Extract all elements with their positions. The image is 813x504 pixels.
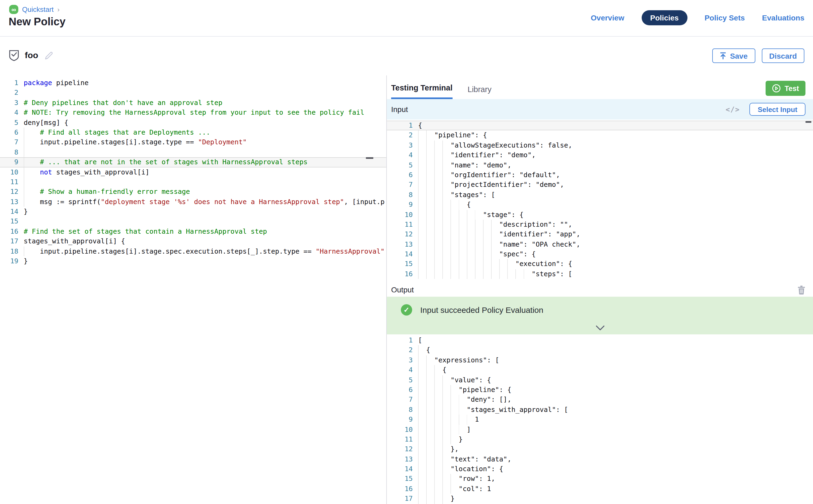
code-line[interactable]: 8 "stages_with_approval": [ — [387, 405, 813, 415]
line-number: 7 — [394, 180, 418, 190]
code-line[interactable]: 15 "execution": { — [387, 259, 813, 269]
code-text: "stage": { — [418, 210, 813, 220]
input-json-editor[interactable]: 1{2 "pipeline": {3 "allowStageExecutions… — [387, 121, 813, 279]
code-view-icon[interactable]: </> — [726, 105, 740, 113]
code-line[interactable]: 2 { — [387, 345, 813, 355]
code-line[interactable]: 1{ — [387, 121, 813, 131]
code-line[interactable]: 7 "projectIdentifier": "demo", — [387, 180, 813, 190]
line-number: 12 — [0, 187, 24, 197]
clear-output-trash-icon[interactable] — [797, 285, 805, 294]
code-line[interactable]: 3 "allowStageExecutions": false, — [387, 141, 813, 151]
code-line[interactable]: 13 "name": "OPA check", — [387, 239, 813, 249]
line-number: 15 — [0, 217, 24, 227]
line-number: 5 — [394, 375, 418, 385]
harness-logo-icon[interactable]: ∞ — [9, 5, 18, 14]
code-text: "description": "", — [418, 220, 813, 230]
test-button[interactable]: Test — [766, 81, 805, 96]
line-number: 5 — [394, 160, 418, 170]
code-text: "pipeline": { — [418, 385, 813, 395]
code-line[interactable]: 6 "orgIdentifier": "default", — [387, 170, 813, 180]
code-line[interactable]: 12 # Show a human-friendly error message — [0, 187, 386, 197]
line-number: 19 — [0, 256, 24, 266]
toolbar-buttons: Save Discard — [712, 48, 804, 63]
code-line[interactable]: 1package pipeline — [0, 78, 386, 88]
output-section-title: Output — [391, 285, 414, 294]
code-line[interactable]: 10 not stages_with_approval[i] — [0, 167, 386, 177]
line-number: 9 — [394, 200, 418, 210]
code-line[interactable]: 15 — [0, 217, 386, 227]
line-number: 4 — [0, 108, 24, 118]
breadcrumb-project-link[interactable]: Quickstart — [22, 5, 54, 13]
line-number: 2 — [0, 88, 24, 98]
policy-toolbar: foo Save Discard — [0, 37, 813, 75]
line-number: 18 — [0, 246, 24, 256]
code-line[interactable]: 16 "col": 1 — [387, 484, 813, 494]
output-section-header: Output — [387, 283, 813, 297]
code-line[interactable]: 9 { — [387, 200, 813, 210]
code-line[interactable]: 17 } — [387, 494, 813, 504]
code-line[interactable]: 12 }, — [387, 445, 813, 454]
code-line[interactable]: 5deny[msg] { — [0, 118, 386, 128]
code-text: "value": { — [418, 375, 813, 385]
code-line[interactable]: 10 "stage": { — [387, 210, 813, 220]
code-line[interactable]: 19} — [0, 256, 386, 266]
code-line[interactable]: 16# Find the set of stages that contain … — [0, 227, 386, 237]
code-line[interactable]: 11 "description": "", — [387, 220, 813, 230]
code-line[interactable]: 7 "deny": [], — [387, 395, 813, 405]
policy-code-editor[interactable]: 1package pipeline23# Deny pipelines that… — [0, 78, 386, 266]
output-json-editor[interactable]: 1[2 {3 "expressions": [4 {5 "value": {6 … — [387, 335, 813, 504]
code-line[interactable]: 4 "identifier": "demo", — [387, 150, 813, 160]
code-line[interactable]: 2 "pipeline": { — [387, 131, 813, 141]
code-text: "expressions": [ — [418, 355, 813, 365]
code-line[interactable]: 8 "stages": [ — [387, 190, 813, 200]
code-line[interactable]: 4# NOTE: Try removing the HarnessApprova… — [0, 108, 386, 118]
code-line[interactable]: 16 "steps": [ — [387, 269, 813, 279]
code-line[interactable]: 4 { — [387, 365, 813, 375]
code-line[interactable]: 13 msg := sprintf("deployment stage '%s'… — [0, 197, 386, 207]
code-line[interactable]: 8 — [0, 147, 386, 157]
line-number: 8 — [0, 147, 24, 157]
code-line[interactable]: 3 "expressions": [ — [387, 355, 813, 365]
code-line[interactable]: 9 1 — [387, 415, 813, 425]
test-button-label: Test — [784, 84, 799, 92]
code-text: } — [418, 494, 813, 504]
code-line[interactable]: 11 } — [387, 435, 813, 445]
code-line[interactable]: 15 "row": 1, — [387, 474, 813, 484]
edit-pencil-icon[interactable] — [44, 50, 54, 61]
code-line[interactable]: 2 — [0, 88, 386, 98]
code-line[interactable]: 13 "text": "data", — [387, 454, 813, 464]
save-button[interactable]: Save — [712, 48, 755, 63]
code-line[interactable]: 5 "value": { — [387, 375, 813, 385]
code-line[interactable]: 18 input.pipeline.stages[i].stage.spec.e… — [0, 246, 386, 256]
code-line[interactable]: 5 "name": "demo", — [387, 160, 813, 170]
code-line[interactable]: 14 "location": { — [387, 464, 813, 474]
code-line[interactable]: 3# Deny pipelines that don't have an app… — [0, 98, 386, 108]
code-text: # Find the set of stages that contain a … — [24, 227, 386, 237]
code-line[interactable]: 14 "spec": { — [387, 249, 813, 259]
code-line[interactable]: 6 # Find all stages that are Deployments… — [0, 128, 386, 138]
nav-tab-evaluations[interactable]: Evaluations — [762, 13, 804, 22]
code-line[interactable]: 17stages_with_approval[i] { — [0, 237, 386, 247]
code-line[interactable]: 1[ — [387, 335, 813, 345]
chevron-down-icon[interactable] — [595, 325, 605, 331]
input-cursor-marker — [805, 121, 811, 123]
code-line[interactable]: 10 ] — [387, 425, 813, 435]
code-text: not stages_with_approval[i] — [24, 167, 386, 177]
select-input-button[interactable]: Select Input — [750, 103, 805, 116]
code-line[interactable]: 14} — [0, 207, 386, 217]
code-line[interactable]: 9 # ... that are not in the set of stage… — [0, 157, 386, 167]
discard-button-label: Discard — [769, 51, 797, 60]
code-line[interactable]: 7 input.pipeline.stages[i].stage.type ==… — [0, 138, 386, 148]
code-text: { — [418, 121, 813, 130]
nav-tab-overview[interactable]: Overview — [591, 13, 625, 22]
discard-button[interactable]: Discard — [762, 48, 804, 63]
input-code-area: 1{2 "pipeline": {3 "allowStageExecutions… — [387, 120, 813, 283]
nav-tab-policy-sets[interactable]: Policy Sets — [704, 13, 745, 22]
tab-testing-terminal[interactable]: Testing Terminal — [391, 83, 453, 99]
code-text: # Deny pipelines that don't have an appr… — [24, 98, 386, 108]
nav-tab-policies[interactable]: Policies — [642, 10, 688, 25]
tab-library[interactable]: Library — [468, 85, 492, 99]
code-line[interactable]: 6 "pipeline": { — [387, 385, 813, 395]
code-line[interactable]: 11 — [0, 177, 386, 187]
code-line[interactable]: 12 "identifier": "app", — [387, 230, 813, 240]
